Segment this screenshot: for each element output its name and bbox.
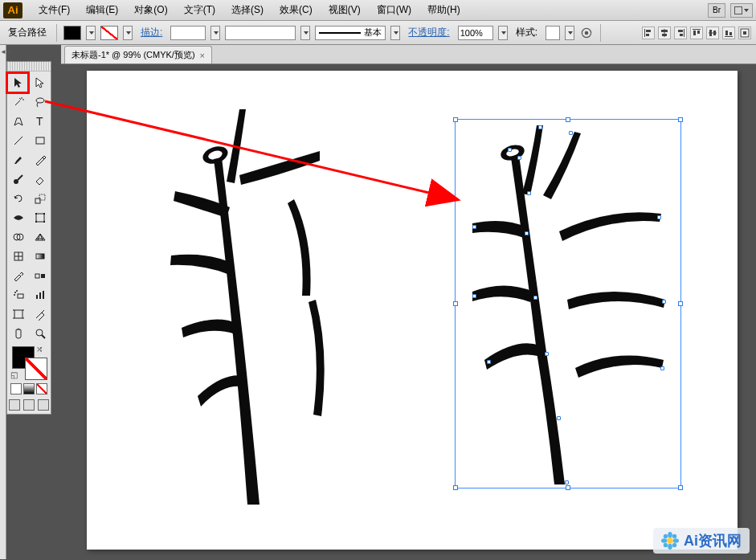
mesh-tool[interactable] xyxy=(7,247,29,266)
selection-handle-s[interactable] xyxy=(566,485,570,490)
direct-selection-tool[interactable] xyxy=(29,73,51,92)
stroke-weight-input[interactable] xyxy=(170,26,206,40)
selection-handle-e[interactable] xyxy=(678,301,683,306)
svg-rect-25 xyxy=(36,137,44,144)
fill-swatch[interactable] xyxy=(63,26,81,40)
scale-tool[interactable] xyxy=(29,189,51,208)
fill-dropdown[interactable] xyxy=(86,26,96,40)
svg-point-48 xyxy=(36,329,43,336)
color-mode-solid[interactable] xyxy=(10,383,22,394)
pencil-tool[interactable] xyxy=(29,150,51,170)
transform-panel-icon[interactable] xyxy=(738,27,751,39)
slice-tool[interactable] xyxy=(29,305,51,324)
align-hcenter-icon[interactable] xyxy=(658,27,671,39)
eraser-tool[interactable] xyxy=(29,170,51,189)
opacity-dropdown[interactable] xyxy=(498,26,508,40)
fill-stroke-control[interactable]: ⤭ ◱ xyxy=(7,343,51,382)
blend-tool[interactable] xyxy=(29,266,51,285)
svg-rect-39 xyxy=(41,274,45,278)
artboard-tool[interactable] xyxy=(7,305,29,324)
menu-edit[interactable]: 编辑(E) xyxy=(78,1,126,19)
svg-point-58 xyxy=(661,538,667,543)
line-tool[interactable] xyxy=(7,131,29,150)
bridge-button[interactable]: Br xyxy=(708,3,725,18)
opacity-input[interactable] xyxy=(458,26,493,40)
stroke-swatch[interactable] xyxy=(100,26,118,40)
perspective-grid-tool[interactable] xyxy=(29,227,51,247)
tools-panel: T ⤭ xyxy=(6,61,51,415)
canvas-viewport[interactable]: Ai资讯网 xyxy=(61,64,756,560)
svg-rect-32 xyxy=(35,221,37,223)
gradient-tool[interactable] xyxy=(29,247,51,266)
rotate-tool[interactable] xyxy=(7,189,29,208)
menu-file[interactable]: 文件(F) xyxy=(31,1,78,19)
menu-effect[interactable]: 效果(C) xyxy=(272,1,321,19)
shape-builder-tool[interactable] xyxy=(7,227,29,247)
artboard[interactable] xyxy=(87,71,738,550)
recolor-artwork-icon[interactable] xyxy=(579,26,594,40)
stroke-label[interactable]: 描边: xyxy=(137,26,166,39)
svg-line-24 xyxy=(14,137,22,145)
brush-dropdown[interactable] xyxy=(390,26,400,40)
paintbrush-tool[interactable] xyxy=(7,150,29,170)
align-right-icon[interactable] xyxy=(674,27,687,39)
stroke-color-box[interactable] xyxy=(25,358,47,380)
blob-brush-tool[interactable] xyxy=(7,170,29,189)
lasso-tool[interactable] xyxy=(29,92,51,112)
pen-tool[interactable] xyxy=(7,112,29,131)
close-tab-icon[interactable]: × xyxy=(200,51,205,60)
style-dropdown[interactable] xyxy=(565,26,574,40)
svg-rect-45 xyxy=(39,292,41,299)
draw-normal-icon[interactable] xyxy=(9,399,20,411)
draw-inside-icon[interactable] xyxy=(38,399,49,411)
selection-tool[interactable] xyxy=(7,73,29,92)
draw-behind-icon[interactable] xyxy=(23,399,35,411)
swap-fill-stroke-icon[interactable]: ⤭ xyxy=(36,345,43,354)
zoom-tool[interactable] xyxy=(29,324,51,343)
watermark-text: Ai资讯网 xyxy=(684,531,742,550)
selection-bounding-box[interactable] xyxy=(455,119,681,488)
panel-collapse-strip[interactable]: ◄◄ xyxy=(0,45,6,559)
hand-tool[interactable] xyxy=(7,324,29,343)
panel-grip[interactable] xyxy=(7,62,51,72)
graphic-style-swatch[interactable] xyxy=(546,26,560,40)
menu-view[interactable]: 视图(V) xyxy=(321,1,369,19)
menu-object[interactable]: 对象(O) xyxy=(126,1,175,19)
menu-window[interactable]: 窗口(W) xyxy=(369,1,419,19)
menu-type[interactable]: 文字(T) xyxy=(176,1,223,19)
align-left-icon[interactable] xyxy=(642,27,655,39)
align-bottom-icon[interactable] xyxy=(722,27,735,39)
align-vcenter-icon[interactable] xyxy=(706,27,719,39)
menu-help[interactable]: 帮助(H) xyxy=(419,1,468,19)
selection-handle-w[interactable] xyxy=(453,301,458,306)
stroke-dropdown[interactable] xyxy=(123,26,133,40)
selection-handle-nw[interactable] xyxy=(453,117,458,122)
width-profile-dropdown[interactable] xyxy=(300,26,310,40)
variable-width-profile[interactable] xyxy=(225,26,296,40)
svg-point-62 xyxy=(664,543,668,548)
color-mode-gradient[interactable] xyxy=(23,383,35,394)
magic-wand-tool[interactable] xyxy=(7,92,29,112)
selection-handle-n[interactable] xyxy=(566,117,570,122)
width-tool[interactable] xyxy=(7,208,29,227)
free-transform-tool[interactable] xyxy=(29,208,51,227)
eyedropper-tool[interactable] xyxy=(7,266,29,285)
default-fill-stroke-icon[interactable]: ◱ xyxy=(10,370,18,379)
align-top-icon[interactable] xyxy=(690,27,703,39)
menu-select[interactable]: 选择(S) xyxy=(223,1,272,19)
column-graph-tool[interactable] xyxy=(29,285,51,305)
symbol-sprayer-tool[interactable] xyxy=(7,285,29,305)
selection-handle-ne[interactable] xyxy=(678,117,683,122)
opacity-label[interactable]: 不透明度: xyxy=(405,26,452,39)
artwork-plant-left[interactable] xyxy=(119,95,360,513)
document-tab[interactable]: 未标题-1* @ 99% (CMYK/预览) × xyxy=(64,46,212,63)
selection-handle-se[interactable] xyxy=(678,485,683,490)
arrange-documents-button[interactable] xyxy=(730,3,753,18)
selection-handle-sw[interactable] xyxy=(453,485,458,490)
type-tool[interactable]: T xyxy=(29,112,51,131)
rectangle-tool[interactable] xyxy=(29,131,51,150)
svg-rect-46 xyxy=(43,291,44,299)
color-mode-none[interactable] xyxy=(36,383,47,394)
brush-definition[interactable]: 基本 xyxy=(315,26,386,40)
stroke-weight-dropdown[interactable] xyxy=(210,26,220,40)
